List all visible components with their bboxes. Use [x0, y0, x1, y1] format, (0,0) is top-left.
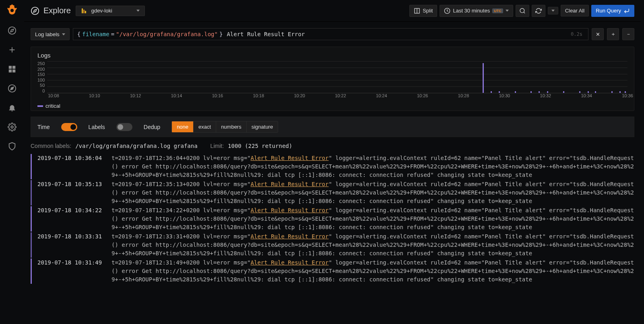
limit-key: Limit: — [211, 143, 224, 149]
meta-row: Common labels: /var/log/grafana/grafana.… — [31, 143, 634, 149]
log-row[interactable]: 2019-07-18 10:34:22t=2019-07-18T12:34:22… — [31, 206, 634, 232]
log-level-bar — [31, 258, 32, 284]
svg-point-1 — [8, 27, 16, 34]
legend-swatch — [37, 105, 43, 107]
svg-point-0 — [10, 9, 14, 12]
log-row[interactable]: 2019-07-18 10:35:13t=2019-07-18T12:35:13… — [31, 180, 634, 205]
log-level-bar — [31, 154, 32, 179]
compass-icon[interactable] — [7, 26, 17, 35]
log-level-bar — [31, 180, 32, 205]
log-timestamp: 2019-07-18 10:35:13 — [37, 180, 106, 205]
x-axis: 10:0810:1010:1210:1410:1610:1810:2010:22… — [54, 93, 627, 100]
svg-point-12 — [31, 7, 39, 14]
query-value: "/var/log/grafana/grafana.log" — [116, 31, 218, 37]
collapse-query-button[interactable]: － — [622, 28, 634, 40]
log-labels-button[interactable]: Log labels — [31, 28, 70, 40]
page-title: Explore — [31, 6, 71, 15]
log-highlight: Alert Rule Result Error — [251, 233, 329, 240]
clear-all-button[interactable]: Clear All — [561, 5, 589, 16]
time-range-label: Last 30 minutes — [453, 8, 490, 14]
log-level-bar — [31, 206, 32, 232]
plus-icon[interactable] — [7, 45, 17, 55]
log-timestamp: 2019-07-18 10:34:22 — [37, 206, 106, 232]
refresh-dropdown[interactable] — [548, 7, 558, 14]
log-message: t=2019-07-18T12:35:13+0200 lvl=eror msg=… — [111, 180, 634, 205]
chart-plot-area[interactable] — [47, 61, 627, 93]
gear-icon[interactable] — [7, 122, 17, 132]
svg-rect-14 — [82, 8, 83, 13]
log-highlight: Alert Rule Result Error — [251, 181, 329, 187]
run-query-button[interactable]: Run Query — [591, 5, 634, 17]
log-options-bar: Time Labels Dedup noneexactnumberssignat… — [31, 117, 634, 137]
dedup-none-button[interactable]: none — [172, 121, 194, 132]
clear-query-button[interactable]: ✕ — [592, 28, 604, 40]
log-message: t=2019-07-18T12:36:04+0200 lvl=eror msg=… — [111, 154, 634, 179]
dedup-numbers-button[interactable]: numbers — [216, 121, 247, 132]
svg-point-20 — [520, 8, 524, 13]
time-picker-button[interactable]: Last 30 minutes UTC — [440, 5, 513, 17]
split-label: Split — [423, 8, 433, 14]
common-labels-key: Common labels: — [31, 143, 71, 149]
topbar: Explore gdev-loki Split Last 30 minutes … — [24, 0, 641, 22]
log-row[interactable]: 2019-07-18 10:36:04t=2019-07-18T12:36:04… — [31, 154, 634, 179]
svg-marker-2 — [10, 29, 13, 32]
svg-rect-16 — [85, 11, 86, 13]
dashboards-icon[interactable] — [7, 64, 17, 74]
enter-icon — [623, 8, 630, 14]
log-timestamp: 2019-07-18 10:33:31 — [37, 232, 106, 258]
shield-icon[interactable] — [7, 141, 17, 151]
dedup-button-group: noneexactnumberssignature — [171, 121, 278, 133]
clear-all-label: Clear All — [565, 8, 584, 14]
svg-rect-6 — [12, 66, 15, 69]
svg-rect-15 — [83, 10, 85, 13]
log-message: t=2019-07-18T12:34:22+0200 lvl=eror msg=… — [111, 206, 634, 232]
log-row[interactable]: 2019-07-18 10:31:49t=2019-07-18T12:31:49… — [31, 258, 634, 284]
log-message: t=2019-07-18T12:33:31+0200 lvl=eror msg=… — [111, 232, 634, 258]
explore-icon[interactable] — [7, 84, 17, 93]
query-duration: 0.2s — [571, 31, 582, 37]
log-timestamp: 2019-07-18 10:31:49 — [37, 258, 106, 284]
query-filter-text: Alert Rule Result Error — [227, 31, 305, 37]
split-button[interactable]: Split — [409, 5, 437, 17]
log-message: t=2019-07-18T12:31:49+0200 lvl=eror msg=… — [111, 258, 634, 284]
chevron-down-icon — [62, 33, 65, 35]
query-key: filename — [82, 31, 109, 37]
svg-marker-10 — [10, 87, 13, 90]
common-labels-value: /var/log/grafana/grafana.log grafana — [75, 143, 197, 149]
chevron-down-icon — [551, 10, 555, 12]
log-labels-text: Log labels — [35, 31, 60, 37]
labels-toggle-label: Labels — [89, 124, 105, 130]
log-highlight: Alert Rule Result Error — [251, 207, 329, 213]
page-title-text: Explore — [43, 6, 71, 15]
utc-badge: UTC — [492, 8, 503, 13]
compass-icon — [31, 6, 39, 15]
log-row[interactable]: 2019-07-18 10:33:31t=2019-07-18T12:33:31… — [31, 232, 634, 258]
query-input[interactable]: {filename="/var/log/grafana/grafana.log"… — [73, 28, 588, 40]
chart-legend: critical — [37, 103, 627, 109]
run-query-label: Run Query — [596, 8, 621, 14]
dedup-exact-button[interactable]: exact — [194, 121, 216, 132]
svg-line-21 — [524, 12, 525, 13]
query-row: Log labels {filename="/var/log/grafana/g… — [31, 28, 634, 40]
columns-icon — [414, 8, 420, 14]
logs-histogram[interactable]: 250200150100500 — [37, 61, 627, 93]
time-toggle[interactable] — [61, 123, 77, 131]
add-query-button[interactable]: ＋ — [607, 28, 619, 40]
svg-rect-5 — [9, 66, 12, 69]
refresh-button[interactable] — [532, 5, 545, 17]
datasource-picker[interactable]: gdev-loki — [76, 6, 145, 16]
nav-sidebar — [0, 0, 24, 324]
labels-toggle[interactable] — [116, 123, 132, 131]
dedup-signature-button[interactable]: signature — [247, 121, 278, 132]
clock-icon — [444, 8, 450, 14]
legend-label: critical — [45, 103, 60, 109]
datasource-name: gdev-loki — [91, 8, 112, 14]
zoom-out-button[interactable] — [516, 5, 529, 17]
log-level-bar — [31, 232, 32, 258]
alerting-bell-icon[interactable] — [7, 103, 17, 113]
panel-title: Logs — [37, 52, 627, 59]
log-highlight: Alert Rule Result Error — [251, 259, 329, 266]
grafana-logo-icon[interactable] — [6, 3, 19, 16]
time-toggle-label: Time — [37, 124, 50, 130]
svg-marker-13 — [33, 9, 36, 12]
